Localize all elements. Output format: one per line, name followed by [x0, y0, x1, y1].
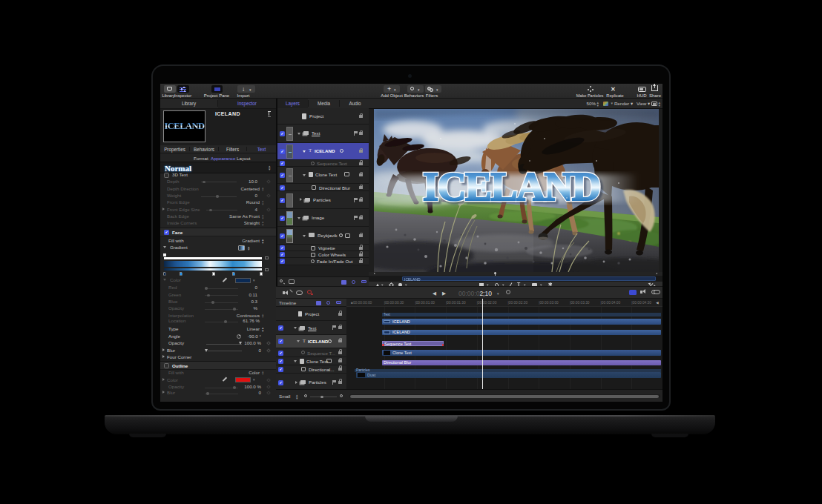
svg-text:ICELAND: ICELAND [423, 165, 601, 209]
